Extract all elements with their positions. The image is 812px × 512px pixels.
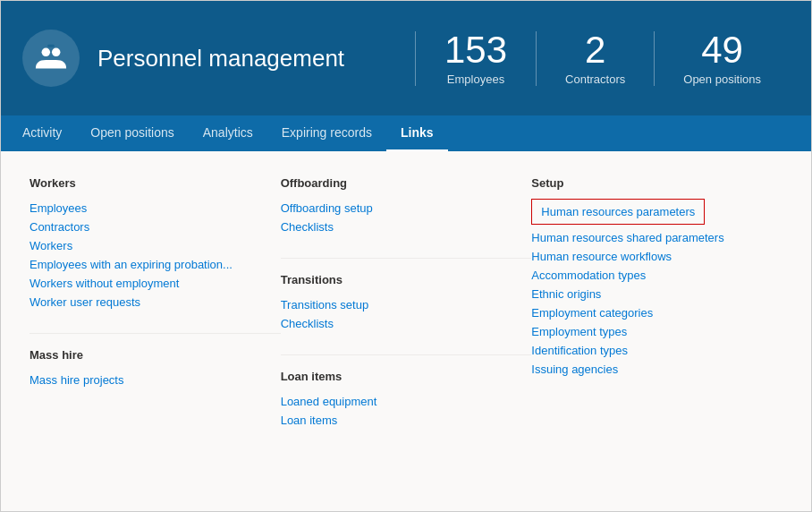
header-stats: 153 Employees 2 Contractors 49 Open posi… bbox=[415, 31, 790, 86]
contractors-label: Contractors bbox=[565, 73, 625, 86]
link-offboarding-checklists[interactable]: Checklists bbox=[281, 218, 496, 236]
loan-items-heading: Loan items bbox=[281, 370, 496, 383]
link-ethnic-origins[interactable]: Ethnic origins bbox=[531, 285, 747, 303]
links-grid: Workers Employees Contractors Workers Em… bbox=[30, 176, 782, 451]
svg-point-1 bbox=[52, 48, 60, 57]
open-positions-count: 49 bbox=[701, 31, 743, 69]
link-expiring-probation[interactable]: Employees with an expiring probation... bbox=[30, 255, 245, 274]
offboarding-heading: Offboarding bbox=[281, 176, 496, 190]
link-offboarding-setup[interactable]: Offboarding setup bbox=[281, 199, 496, 218]
link-workers-without-employment[interactable]: Workers without employment bbox=[30, 274, 245, 293]
setup-heading: Setup bbox=[531, 176, 747, 190]
workers-section: Workers Employees Contractors Workers Em… bbox=[30, 176, 281, 311]
offboarding-section: Offboarding Offboarding setup Checklists bbox=[281, 176, 532, 236]
column-3: Setup Human resources parameters Human r… bbox=[531, 176, 782, 451]
link-issuing-agencies[interactable]: Issuing agencies bbox=[531, 360, 747, 379]
divider-1 bbox=[30, 333, 281, 334]
link-accommodation-types[interactable]: Accommodation types bbox=[531, 266, 747, 285]
link-hr-shared-parameters[interactable]: Human resources shared parameters bbox=[531, 228, 747, 247]
open-positions-stat[interactable]: 49 Open positions bbox=[654, 31, 790, 86]
transitions-section: Transitions Transitions setup Checklists bbox=[281, 273, 532, 333]
link-hr-parameters[interactable]: Human resources parameters bbox=[531, 199, 705, 225]
link-mass-hire-projects[interactable]: Mass hire projects bbox=[30, 371, 245, 389]
link-employment-categories[interactable]: Employment categories bbox=[531, 303, 747, 322]
page-title: Personnel management bbox=[97, 45, 415, 73]
mass-hire-section: Mass hire Mass hire projects bbox=[30, 348, 281, 389]
contractors-count: 2 bbox=[585, 31, 605, 69]
nav-item-expiring-records[interactable]: Expiring records bbox=[267, 115, 386, 151]
svg-point-0 bbox=[42, 48, 51, 57]
link-hr-workflows[interactable]: Human resource workflows bbox=[531, 247, 747, 266]
divider-2 bbox=[281, 258, 532, 259]
link-loaned-equipment[interactable]: Loaned equipment bbox=[281, 392, 496, 411]
content-area: Workers Employees Contractors Workers Em… bbox=[1, 151, 811, 511]
column-1: Workers Employees Contractors Workers Em… bbox=[30, 176, 281, 451]
header: Personnel management 153 Employees 2 Con… bbox=[1, 1, 811, 115]
app-frame: Personnel management 153 Employees 2 Con… bbox=[0, 0, 812, 512]
nav-bar: Activity Open positions Analytics Expiri… bbox=[1, 115, 811, 151]
setup-section: Setup Human resources parameters Human r… bbox=[531, 176, 782, 379]
employees-count: 153 bbox=[444, 31, 507, 69]
nav-item-open-positions[interactable]: Open positions bbox=[76, 115, 188, 151]
app-icon bbox=[22, 30, 80, 87]
link-contractors[interactable]: Contractors bbox=[30, 218, 245, 236]
workers-heading: Workers bbox=[30, 176, 245, 190]
link-worker-user-requests[interactable]: Worker user requests bbox=[30, 293, 245, 311]
loan-items-section: Loan items Loaned equipment Loan items bbox=[281, 370, 532, 430]
nav-item-analytics[interactable]: Analytics bbox=[189, 115, 267, 151]
open-positions-label: Open positions bbox=[683, 73, 761, 86]
transitions-heading: Transitions bbox=[281, 273, 496, 286]
link-employment-types[interactable]: Employment types bbox=[531, 322, 747, 341]
nav-item-activity[interactable]: Activity bbox=[22, 115, 76, 151]
nav-item-links[interactable]: Links bbox=[386, 115, 448, 151]
column-2: Offboarding Offboarding setup Checklists… bbox=[281, 176, 532, 451]
mass-hire-heading: Mass hire bbox=[30, 348, 245, 362]
employees-label: Employees bbox=[447, 73, 504, 86]
personnel-icon bbox=[34, 41, 68, 75]
svg-rect-2 bbox=[47, 45, 55, 47]
link-transitions-setup[interactable]: Transitions setup bbox=[281, 295, 496, 314]
link-identification-types[interactable]: Identification types bbox=[531, 341, 747, 360]
link-employees[interactable]: Employees bbox=[30, 199, 245, 218]
divider-3 bbox=[281, 354, 532, 355]
link-transitions-checklists[interactable]: Checklists bbox=[281, 314, 496, 333]
contractors-stat[interactable]: 2 Contractors bbox=[536, 31, 654, 86]
employees-stat[interactable]: 153 Employees bbox=[415, 31, 536, 86]
link-workers[interactable]: Workers bbox=[30, 236, 245, 255]
link-loan-items[interactable]: Loan items bbox=[281, 411, 496, 430]
